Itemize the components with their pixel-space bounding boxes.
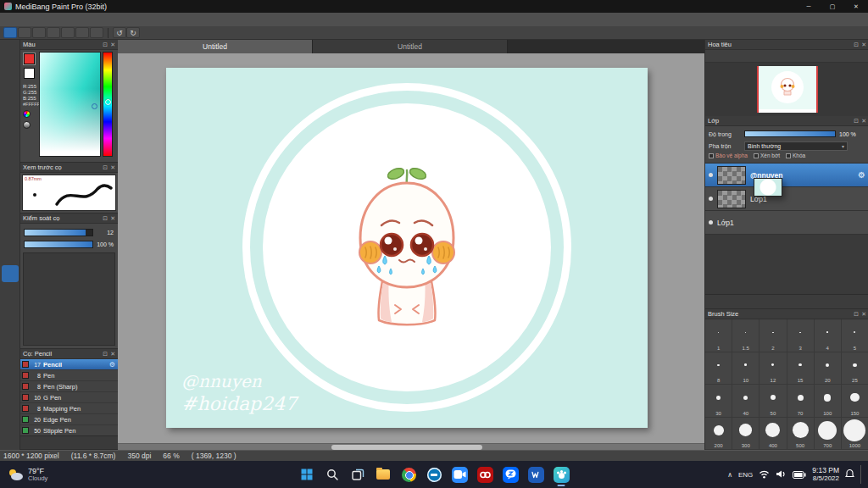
undock-icon[interactable]: ⊡ [854,42,859,48]
brush-size-cell[interactable]: 15 [787,352,815,385]
volume-icon[interactable] [776,467,787,482]
brush-size-cell[interactable]: 100 [815,385,842,418]
brush-size-cell[interactable]: 70 [787,385,815,418]
close-icon[interactable]: ✕ [110,351,115,358]
text-tool[interactable] [2,265,19,282]
brush-size-cell[interactable]: 2 [760,319,787,352]
gradient-tool[interactable] [2,135,19,152]
undock-icon[interactable]: ⊡ [103,42,108,48]
brush-size-cell[interactable]: 25 [842,352,868,385]
task-view-button[interactable] [348,465,367,484]
pen-cursor-icon[interactable] [18,27,31,38]
layout-panel-icon[interactable] [61,27,75,38]
layer-item[interactable]: Lớp1 [705,187,868,211]
select-eraser-tool[interactable] [2,228,19,245]
brush-item[interactable]: 20 Edge Pen [20,414,118,425]
brush-size-cell[interactable]: 500 [787,418,815,451]
redo-icon[interactable]: ↻ [126,27,140,38]
brush-size-cell[interactable]: 3 [787,319,815,352]
navigator-thumbnail[interactable] [757,66,818,113]
word-icon[interactable] [526,465,545,484]
layer-settings-gear-icon[interactable]: ⚙ [858,170,865,180]
undock-icon[interactable]: ⊡ [103,164,108,171]
select-pen-tool[interactable] [2,209,19,226]
close-icon[interactable]: ✕ [110,164,115,171]
brush-size-cell[interactable]: 5 [842,319,868,352]
close-icon[interactable]: ✕ [110,42,115,48]
layer-item[interactable]: @nnuyen ⚙ [705,164,868,187]
select-tool[interactable] [2,153,19,170]
undo-icon[interactable]: ↺ [113,27,126,38]
brush-tool[interactable] [2,42,19,58]
bucket-tool[interactable] [2,247,19,263]
undock-icon[interactable]: ⊡ [103,351,108,358]
brush-item[interactable]: 8 Pen [20,370,118,381]
finger-tool[interactable] [2,79,19,96]
acrobat-icon[interactable] [476,465,494,484]
search-button[interactable] [323,465,342,484]
zoom-app-icon[interactable] [450,465,469,484]
close-icon[interactable]: ✕ [861,118,866,125]
weather-widget[interactable]: 79°F Cloudy [7,467,47,483]
layer-visibility-dot[interactable] [709,220,713,225]
language-indicator[interactable]: ENG [738,471,753,479]
close-button[interactable]: ✕ [844,0,868,13]
file-explorer-icon[interactable] [374,465,392,484]
layer-item[interactable]: Lớp1 [705,211,868,235]
material-panel-icon[interactable] [90,27,103,38]
move-tool[interactable] [2,97,19,114]
brush-item[interactable]: 10 G Pen [20,392,118,403]
brush-size-cell[interactable]: 1000 [842,418,868,451]
fill-tool[interactable] [2,116,19,133]
close-icon[interactable]: ✕ [861,311,866,318]
brush-size-cell[interactable]: 4 [815,319,842,352]
grid-icon[interactable] [75,27,89,38]
lock-checkbox[interactable]: Khóa [786,152,805,158]
eraser-tool[interactable] [2,60,19,77]
background-color-swatch[interactable] [24,68,35,79]
brush-size-cell[interactable]: 400 [760,418,787,451]
chrome-icon[interactable] [399,465,418,484]
maximize-button[interactable]: ▢ [821,0,844,13]
opacity-slider[interactable] [744,130,836,137]
layer-visibility-dot[interactable] [709,173,713,177]
notification-bell-icon[interactable] [845,467,854,482]
brush-size-cell[interactable]: 50 [760,385,787,418]
brush-item[interactable]: 8 Pen (Sharp) [20,381,118,392]
clipping-checkbox[interactable]: Xén bớt [754,152,780,158]
document-tab-active[interactable]: Untitled [118,40,313,53]
cursor-icon[interactable] [3,27,17,38]
hue-slider[interactable] [103,52,113,157]
clock[interactable]: 9:13 PM 8/5/2022 [812,466,839,483]
picker-cursor[interactable] [92,103,97,109]
brush-size-cell[interactable]: 8 [705,352,732,385]
minimize-button[interactable]: ─ [797,0,821,13]
color-bar-icon[interactable] [23,121,31,129]
wifi-icon[interactable] [759,467,770,482]
undock-icon[interactable]: ⊡ [103,215,108,222]
brush-settings-gear-icon[interactable]: ⚙ [109,361,115,369]
brush-size-cell[interactable]: 20 [815,352,842,385]
brush-size-cell[interactable]: 40 [732,385,760,418]
saturation-value-picker[interactable] [39,52,101,157]
lasso-tool[interactable] [2,172,19,189]
brush-item[interactable]: 17 Pencil ⚙ [20,359,118,370]
brush-size-cell[interactable]: 12 [760,352,787,385]
brush-size-cell[interactable]: 200 [705,418,732,451]
artwork-canvas[interactable]: @nnuyen #hoidap247 [166,68,648,428]
brush-size-cell[interactable]: 1 [705,319,732,352]
brush-size-cell[interactable]: 1.5 [732,319,760,352]
horizontal-scrollbar[interactable] [118,443,704,450]
show-desktop-strip[interactable] [860,465,863,484]
document-tab[interactable]: Untitled [313,40,508,53]
comment-icon[interactable] [32,27,46,38]
canvas-viewport[interactable]: @nnuyen #hoidap247 [118,53,704,450]
close-icon[interactable]: ✕ [110,215,115,222]
magic-wand-tool[interactable] [2,191,19,208]
undock-icon[interactable]: ⊡ [854,311,859,318]
frame-tool[interactable] [2,321,19,338]
undock-icon[interactable]: ⊡ [854,118,859,125]
zalo-icon[interactable] [501,465,520,484]
zoom-tool[interactable] [2,340,19,357]
brush-size-cell[interactable]: 30 [705,385,732,418]
